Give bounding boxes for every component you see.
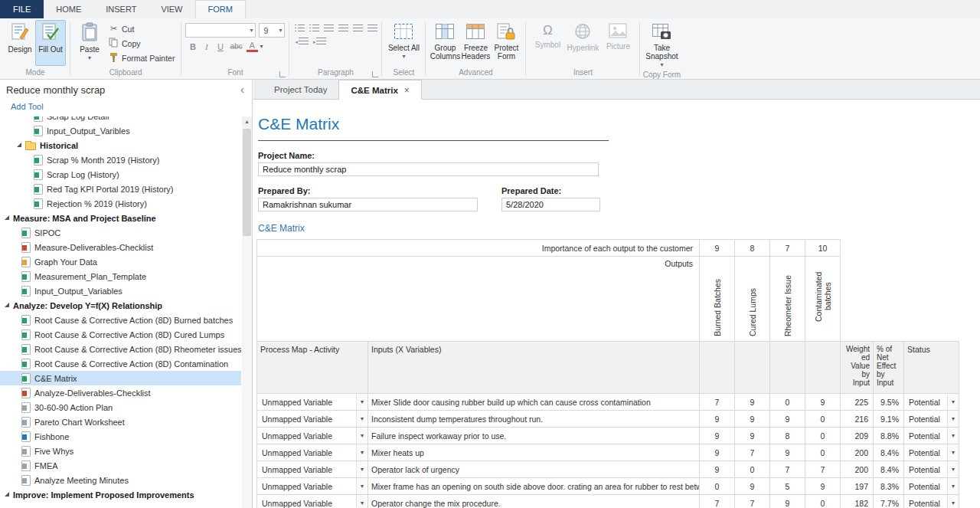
dialog-launcher-icon[interactable] [372,71,378,77]
copy-button[interactable]: Copy [106,37,177,50]
importance-cell[interactable]: 8 [735,240,770,257]
tree-item[interactable]: SIPOC [0,225,241,240]
tree-item[interactable]: Root Cause & Corrective Action (8D) Cont… [0,356,241,371]
tree-item[interactable]: Input_Output_Varibles [0,123,241,138]
tree-item[interactable]: Scrap Log (History) [0,167,241,182]
tree-item[interactable]: Root Cause & Corrective Action (8D) Rheo… [0,342,241,356]
tree-item[interactable]: Five Whys [0,444,241,458]
chevron-down-icon[interactable]: ▾ [947,478,959,494]
tree-item[interactable]: Rejection % 2019 (History) [0,196,241,211]
chevron-down-icon[interactable]: ▾ [356,428,368,444]
chevron-down-icon[interactable]: ▾ [279,27,282,34]
score-cell[interactable]: 7 [770,461,805,478]
expand-triangle-icon[interactable] [5,303,9,307]
align-left-icon[interactable] [324,25,334,33]
tab-home[interactable]: HOME [44,0,93,18]
expand-triangle-icon[interactable] [5,492,9,497]
tab-file[interactable]: FILE [0,0,44,18]
chevron-down-icon[interactable]: ▾ [947,428,959,444]
tree-item[interactable]: C&E Matrix [0,371,241,385]
chevron-down-icon[interactable]: ▾ [356,394,368,410]
chevron-down-icon[interactable]: ▾ [947,495,959,508]
tree-item[interactable]: FMEA [0,458,241,473]
tree-item[interactable]: Improve: Implement Proposed Improvements [0,487,241,502]
score-cell[interactable]: 9 [770,495,805,508]
picture-button[interactable]: Picture [600,20,635,66]
bold-button[interactable]: B [187,41,198,52]
chevron-down-icon[interactable]: ▾ [356,461,368,477]
activity-dropdown[interactable]: Unmapped Variable ▾ [257,394,368,411]
score-cell[interactable]: 0 [735,461,770,478]
expand-triangle-icon[interactable] [5,215,9,220]
chevron-down-icon[interactable]: ▾ [250,27,253,34]
prepared-date-input[interactable] [501,198,600,211]
score-cell[interactable]: 9 [700,444,735,461]
score-cell[interactable]: 9 [700,428,735,444]
decrease-indent-icon[interactable]: ◂ [295,38,309,46]
close-tab-icon[interactable]: × [404,85,410,96]
score-cell[interactable]: 9 [770,444,805,461]
score-cell[interactable]: 7 [805,461,841,478]
importance-cell[interactable]: 9 [700,240,735,257]
score-cell[interactable]: 0 [770,394,805,411]
scroll-up-icon[interactable]: ▲ [242,116,252,127]
score-cell[interactable]: 9 [735,478,770,495]
status-dropdown[interactable]: Potential ▾ [904,428,959,444]
score-cell[interactable]: 9 [805,394,841,411]
tab-project-today[interactable]: Project Today [263,80,338,99]
paste-button[interactable]: Paste ▾ [74,20,105,66]
ce-matrix-section-link[interactable]: C&E Matrix [258,223,980,234]
numbered-list-icon[interactable] [309,25,319,33]
tab-insert[interactable]: INSERT [93,0,149,18]
scrollbar-thumb[interactable] [243,129,251,236]
tab-ce-matrix[interactable]: C&E Matrix × [338,80,421,100]
score-cell[interactable]: 0 [805,495,841,508]
status-dropdown[interactable]: Potential ▾ [904,411,959,428]
status-dropdown[interactable]: Potential ▾ [904,444,959,461]
importance-cell[interactable]: 7 [770,240,805,257]
chevron-down-icon[interactable]: ▾ [947,394,959,410]
tab-view[interactable]: VIEW [149,0,194,18]
input-variable-cell[interactable]: Inconsistent dump temperatures throughou… [368,411,700,428]
status-dropdown[interactable]: Potential ▾ [904,478,959,495]
group-columns-button[interactable]: Group Columns [430,20,460,66]
select-all-button[interactable]: Select All ▾ [386,20,421,66]
format-painter-button[interactable]: Format Painter [106,51,177,64]
tree-item[interactable]: Input_Output_Variables [0,283,241,298]
chevron-down-icon[interactable]: ▾ [947,461,959,477]
score-cell[interactable]: 9 [770,411,805,428]
score-cell[interactable]: 5 [770,478,805,495]
score-cell[interactable]: 9 [805,478,841,495]
symbol-button[interactable]: Ω Symbol [530,20,565,66]
chevron-down-icon[interactable]: ▾ [356,478,368,494]
take-snapshot-button[interactable]: Take Snapshot ▾ [644,20,679,70]
tree-item[interactable]: Scrap Log Detail [0,116,241,123]
cut-button[interactable]: ✂ Cut [106,22,177,35]
tree-item[interactable]: Scrap % Month 2019 (History) [0,152,241,167]
score-cell[interactable]: 0 [700,478,735,495]
chevron-down-icon[interactable]: ▾ [947,411,959,427]
tree-item[interactable]: Pareto Chart Worksheet [0,415,241,429]
score-cell[interactable]: 7 [735,495,770,508]
tab-form[interactable]: FORM [195,0,246,18]
tree-item[interactable]: Measure-Deliverables-Checklist [0,240,241,254]
score-cell[interactable]: 9 [735,394,770,411]
font-color-button[interactable]: A [247,41,258,52]
tree-item[interactable]: Measure: MSA and Project Baseline [0,211,241,225]
status-dropdown[interactable]: Potential ▾ [904,461,959,478]
input-variable-cell[interactable]: Mixer frame has an opening on south side… [368,478,700,495]
align-center-icon[interactable] [338,25,348,33]
tree-item[interactable]: Root Cause & Corrective Action (8D) Cure… [0,327,241,342]
activity-dropdown[interactable]: Unmapped Variable ▾ [257,428,368,444]
justify-icon[interactable] [368,25,377,33]
tree-item[interactable]: 30-60-90 Action Plan [0,400,241,415]
score-cell[interactable]: 9 [735,411,770,428]
score-cell[interactable]: 7 [700,495,735,508]
tree-item[interactable]: Historical [0,138,241,152]
score-cell[interactable]: 7 [735,444,770,461]
chevron-down-icon[interactable]: ▾ [356,411,368,427]
hyperlink-button[interactable]: Hyperlink [565,20,600,66]
dialog-launcher-icon[interactable] [279,71,286,77]
input-variable-cell[interactable]: Operator change the mix procedure. [368,495,700,508]
underline-button[interactable]: U [214,41,226,52]
